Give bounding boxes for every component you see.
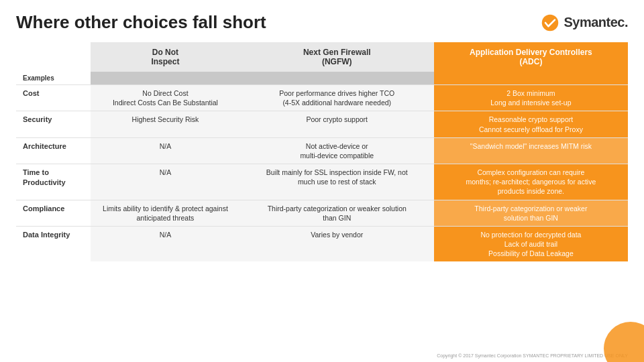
col-adc-header: Application Delivery Controllers (ADC) (434, 42, 628, 72)
row-label-0: Cost (16, 85, 91, 111)
table-row: SecurityHighest Security RiskPoor crypto… (16, 111, 628, 137)
cell-donot-4: Limits ability to identify & protect aga… (91, 200, 239, 226)
examples-row: Examples (16, 72, 628, 85)
cell-adc-2: "Sandwich model" increases MITM risk (434, 137, 628, 164)
logo-text: Symantec. (564, 15, 628, 30)
comparison-table: Do Not Inspect Next Gen Firewall (NGFW) … (16, 42, 628, 261)
col-donot-header: Do Not Inspect (91, 42, 239, 72)
cell-donot-2: N/A (91, 137, 239, 164)
cell-donot-0: No Direct Cost Indirect Costs Can Be Sub… (91, 85, 239, 111)
cell-ngfw-0: Poor performance drives higher TCO (4-5X… (240, 85, 434, 111)
cell-adc-3: Complex configuration can require months… (434, 164, 628, 200)
symantec-check-icon (541, 13, 559, 32)
examples-adc-cell (434, 72, 628, 85)
cell-ngfw-2: Not active-device or multi-device compat… (240, 137, 434, 164)
table-row: ComplianceLimits ability to identify & p… (16, 200, 628, 226)
page: Where other choices fall short Symantec.… (0, 0, 644, 362)
cell-adc-5: No protection for decrypted data Lack of… (434, 226, 628, 261)
svg-point-0 (542, 14, 559, 31)
cell-ngfw-4: Third-party categorization or weaker sol… (240, 200, 434, 226)
row-label-5: Data Integrity (16, 226, 91, 261)
col-empty-header (16, 42, 91, 72)
cell-adc-4: Third-party categorization or weaker sol… (434, 200, 628, 226)
examples-ngfw-cell (240, 72, 434, 85)
examples-donot-cell (91, 72, 239, 85)
cell-ngfw-3: Built mainly for SSL inspection inside F… (240, 164, 434, 200)
cell-adc-1: Reasonable crypto support Cannot securel… (434, 111, 628, 137)
row-label-1: Security (16, 111, 91, 137)
cell-ngfw-1: Poor crypto support (240, 111, 434, 137)
footer-text: Copyright © 2017 Symantec Corporation SY… (437, 353, 628, 358)
column-header-row: Do Not Inspect Next Gen Firewall (NGFW) … (16, 42, 628, 72)
examples-label: Examples (16, 72, 91, 85)
row-label-2: Architecture (16, 137, 91, 164)
cell-donot-1: Highest Security Risk (91, 111, 239, 137)
logo: Symantec. (541, 13, 628, 32)
cell-adc-0: 2 Box minimum Long and intensive set-up (434, 85, 628, 111)
table-row: CostNo Direct Cost Indirect Costs Can Be… (16, 85, 628, 111)
cell-ngfw-5: Varies by vendor (240, 226, 434, 261)
row-label-3: Time to Productivity (16, 164, 91, 200)
table-row: Time to ProductivityN/ABuilt mainly for … (16, 164, 628, 200)
row-label-4: Compliance (16, 200, 91, 226)
page-title: Where other choices fall short (16, 12, 266, 33)
table-row: ArchitectureN/ANot active-device or mult… (16, 137, 628, 164)
cell-donot-5: N/A (91, 226, 239, 261)
header: Where other choices fall short Symantec. (16, 12, 628, 33)
col-ngfw-header: Next Gen Firewall (NGFW) (240, 42, 434, 72)
table-row: Data IntegrityN/AVaries by vendorNo prot… (16, 226, 628, 261)
decorative-circle (604, 322, 644, 362)
cell-donot-3: N/A (91, 164, 239, 200)
